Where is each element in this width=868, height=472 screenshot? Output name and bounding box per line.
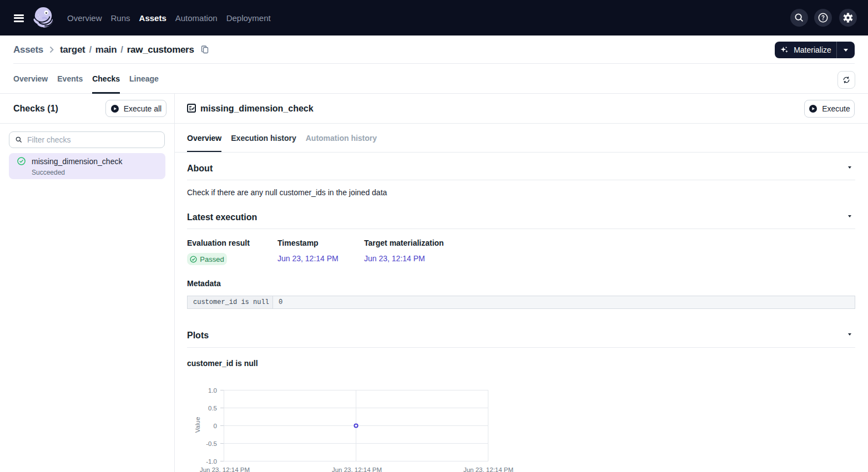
svg-text:Jun 23, 12:14 PM: Jun 23, 12:14 PM <box>463 466 513 472</box>
svg-text:1.0: 1.0 <box>208 387 217 394</box>
svg-text:Value: Value <box>194 417 201 433</box>
svg-text:0: 0 <box>214 423 217 429</box>
svg-text:Jun 23, 12:14 PM: Jun 23, 12:14 PM <box>200 466 250 472</box>
svg-text:-1.0: -1.0 <box>206 458 217 465</box>
svg-text:-0.5: -0.5 <box>206 440 217 447</box>
svg-text:0.5: 0.5 <box>208 405 217 412</box>
svg-text:Jun 23, 12:14 PM: Jun 23, 12:14 PM <box>332 466 382 472</box>
